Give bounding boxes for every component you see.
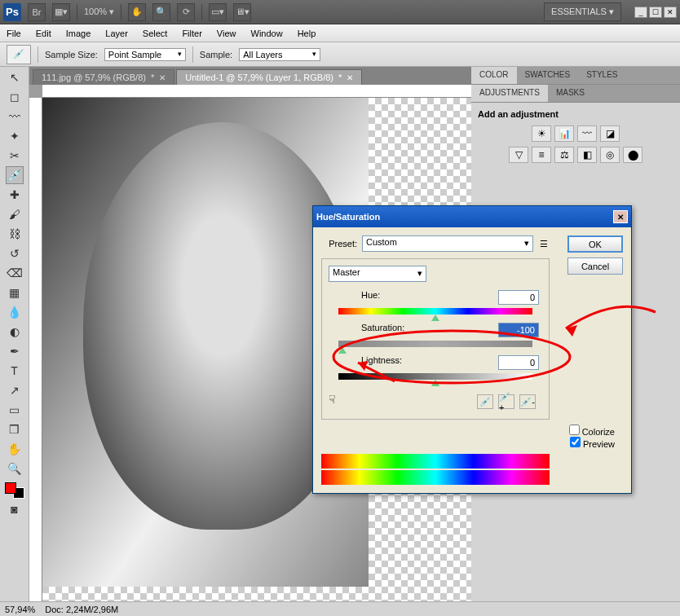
gradient-tool[interactable]: ▦ <box>6 284 24 301</box>
spectrum-bar-bottom <box>321 470 550 485</box>
target-adjust-icon[interactable]: ☟ <box>329 393 336 406</box>
tab-color[interactable]: COLOR <box>471 67 517 84</box>
stamp-tool[interactable]: ⛓ <box>6 225 24 243</box>
marquee-tool[interactable]: ◻ <box>6 88 24 106</box>
tab-styles[interactable]: STYLES <box>578 67 625 84</box>
cancel-button[interactable]: Cancel <box>567 257 623 275</box>
3d-tool[interactable]: ❒ <box>6 420 24 438</box>
rotate-icon[interactable]: ⟳ <box>177 3 195 21</box>
eyedropper-add-icon[interactable]: 💉+ <box>498 394 514 409</box>
move-tool[interactable]: ↖ <box>6 68 24 86</box>
menu-bar: File Edit Image Layer Select Filter View… <box>0 24 680 42</box>
dodge-tool[interactable]: ◐ <box>6 323 24 341</box>
sample-label: Sample: <box>200 50 232 59</box>
type-tool[interactable]: T <box>6 362 24 380</box>
hue-handle[interactable] <box>431 315 439 321</box>
menu-layer[interactable]: Layer <box>105 29 128 38</box>
workspace-switcher[interactable]: ESSENTIALS ▾ <box>544 2 621 21</box>
dialog-close-button[interactable]: ✕ <box>613 210 628 223</box>
hue-slider[interactable] <box>338 308 532 315</box>
top-bar: Ps Br ▦▾ 100% ▾ ✋ 🔍 ⟳ ▭▾ 🖥▾ ESSENTIALS ▾… <box>0 0 680 24</box>
tab-masks[interactable]: MASKS <box>548 85 593 102</box>
pen-tool[interactable]: ✒ <box>6 342 24 360</box>
blur-tool[interactable]: 💧 <box>6 303 24 321</box>
close-button[interactable]: ✕ <box>664 7 677 18</box>
brush-tool[interactable]: 🖌 <box>6 205 24 223</box>
status-zoom[interactable]: 57,94% <box>5 605 35 614</box>
current-tool-icon[interactable]: 💉 <box>7 45 31 64</box>
eyedropper-subtract-icon[interactable]: 💉- <box>519 394 536 409</box>
hand-tool[interactable]: ✋ <box>6 440 24 458</box>
eraser-tool[interactable]: ⌫ <box>6 264 24 282</box>
menu-select[interactable]: Select <box>143 29 168 38</box>
vibrance-icon[interactable]: ▽ <box>509 147 528 163</box>
zoom-readout[interactable]: 100% ▾ <box>84 7 114 17</box>
menu-file[interactable]: File <box>7 29 21 38</box>
tab-label: 111.jpg @ 57,9% (RGB/8) <box>42 73 146 82</box>
tab-close-icon[interactable]: ✕ <box>159 73 166 82</box>
document-tab[interactable]: 111.jpg @ 57,9% (RGB/8) * ✕ <box>33 69 174 85</box>
maximize-button[interactable]: ☐ <box>649 7 662 18</box>
bw-icon[interactable]: ◧ <box>577 147 597 163</box>
document-tab[interactable]: Untitled-1 @ 57,9% (Layer 1, RGB/8) * ✕ <box>176 69 362 85</box>
zoom-icon[interactable]: 🔍 <box>152 3 170 21</box>
lightness-slider[interactable] <box>338 373 532 380</box>
saturation-input[interactable] <box>498 323 539 337</box>
balance-icon[interactable]: ⚖ <box>554 147 574 163</box>
view-extras-icon[interactable]: ▦▾ <box>52 3 70 21</box>
saturation-handle[interactable] <box>338 347 347 354</box>
screen-mode-icon[interactable]: 🖥▾ <box>233 3 251 21</box>
menu-window[interactable]: Window <box>251 29 283 38</box>
tab-adjustments[interactable]: ADJUSTMENTS <box>471 85 548 102</box>
lightness-label: Lightness: <box>361 355 402 370</box>
eyedropper-tool[interactable]: 💉 <box>6 166 24 184</box>
preview-checkbox[interactable]: Preview <box>570 439 615 449</box>
path-tool[interactable]: ↗ <box>6 381 24 399</box>
curves-icon[interactable]: 〰 <box>577 125 597 142</box>
heal-tool[interactable]: ✚ <box>6 186 24 204</box>
minimize-button[interactable]: _ <box>634 7 647 18</box>
ok-button[interactable]: OK <box>567 235 623 253</box>
lightness-handle[interactable] <box>431 380 439 386</box>
quick-select-tool[interactable]: ✦ <box>6 127 24 145</box>
bridge-icon[interactable]: Br <box>28 3 46 21</box>
preset-menu-icon[interactable]: ☰ <box>538 239 550 249</box>
dialog-titlebar[interactable]: Hue/Saturation ✕ <box>313 206 631 227</box>
sample-size-select[interactable]: Point Sample <box>104 48 186 61</box>
status-doc-size: Doc: 2,24M/2,96M <box>45 605 118 614</box>
hue-sat-icon[interactable]: ≡ <box>532 147 551 163</box>
tab-swatches[interactable]: SWATCHES <box>517 67 579 84</box>
tab-close-icon[interactable]: ✕ <box>347 73 353 82</box>
zoom-tool[interactable]: 🔍 <box>6 460 24 477</box>
ruler-horizontal <box>42 85 471 98</box>
lasso-tool[interactable]: 〰 <box>6 108 24 125</box>
menu-help[interactable]: Help <box>298 29 316 38</box>
history-brush-tool[interactable]: ↺ <box>6 244 24 262</box>
menu-filter[interactable]: Filter <box>182 29 201 38</box>
shape-tool[interactable]: ▭ <box>6 401 24 419</box>
foreground-color[interactable] <box>5 482 16 494</box>
lightness-input[interactable] <box>498 355 539 370</box>
crop-tool[interactable]: ✂ <box>6 147 24 165</box>
brightness-icon[interactable]: ☀ <box>532 125 551 142</box>
eyedropper-icon[interactable]: 💉 <box>477 394 493 409</box>
saturation-slider[interactable] <box>338 341 532 347</box>
toolbox: ↖ ◻ 〰 ✦ ✂ 💉 ✚ 🖌 ⛓ ↺ ⌫ ▦ 💧 ◐ ✒ T ↗ ▭ ❒ ✋ … <box>0 67 29 601</box>
menu-edit[interactable]: Edit <box>36 29 51 38</box>
menu-view[interactable]: View <box>217 29 236 38</box>
photo-filter-icon[interactable]: ◎ <box>600 147 620 163</box>
channel-select[interactable]: Master <box>329 266 426 282</box>
channel-mixer-icon[interactable]: ⬤ <box>623 147 642 163</box>
hue-input[interactable] <box>498 290 539 305</box>
hand-icon[interactable]: ✋ <box>128 3 146 21</box>
menu-image[interactable]: Image <box>66 29 91 38</box>
hue-saturation-dialog: Hue/Saturation ✕ OK Cancel Preset: Custo… <box>312 205 632 494</box>
arrange-icon[interactable]: ▭▾ <box>209 3 227 21</box>
exposure-icon[interactable]: ◪ <box>600 125 620 142</box>
colorize-checkbox[interactable]: Colorize <box>569 427 615 437</box>
sample-select[interactable]: All Layers <box>239 48 320 61</box>
color-swatches[interactable] <box>5 482 24 499</box>
quickmask-icon[interactable]: ◙ <box>6 500 24 518</box>
levels-icon[interactable]: 📊 <box>554 125 574 142</box>
preset-select[interactable]: Custom <box>362 235 533 252</box>
